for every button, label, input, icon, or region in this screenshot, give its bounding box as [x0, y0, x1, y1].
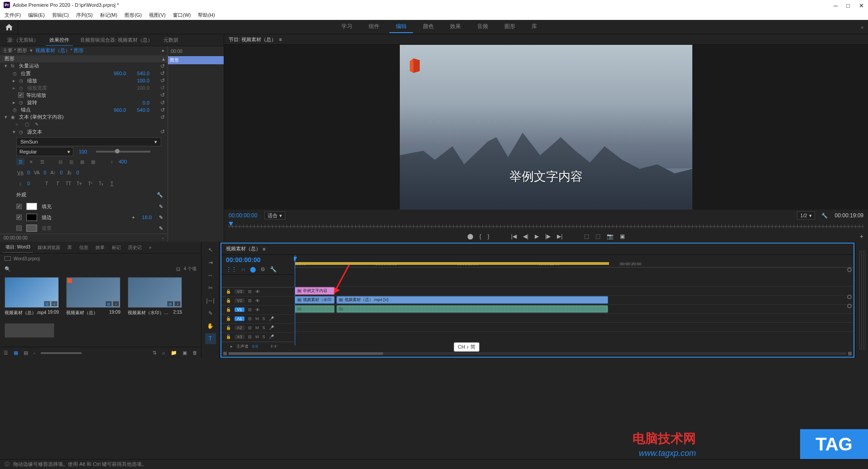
workspace-effects[interactable]: 效果: [444, 21, 467, 33]
chevron-right-icon[interactable]: ▸: [13, 78, 16, 84]
tab-effect-controls[interactable]: 效果控件: [46, 35, 73, 46]
clip-video-main[interactable]: fx视频素材（总）.mp4 [V]: [336, 296, 608, 304]
timeline-sequence-name[interactable]: 视频素材（总）: [226, 245, 261, 252]
tab-media-browser[interactable]: 媒体浏览器: [35, 243, 63, 253]
menu-marker[interactable]: 标记(M): [97, 11, 120, 19]
sync-lock-icon[interactable]: ⊟: [248, 289, 252, 294]
menu-clip[interactable]: 剪辑(C): [49, 11, 72, 19]
track-v3-lane[interactable]: [294, 278, 854, 287]
workspace-audio[interactable]: 音频: [471, 21, 494, 33]
stopwatch-icon[interactable]: ◷: [13, 107, 18, 112]
project-clip-blank[interactable]: [5, 323, 59, 338]
thumbnail-size-slider[interactable]: [41, 352, 82, 354]
panel-menu-icon[interactable]: ≡: [279, 37, 282, 42]
anchor-x[interactable]: 960.0: [114, 107, 126, 113]
lock-icon[interactable]: 🔓: [226, 335, 231, 339]
search-icon[interactable]: 🔍: [5, 266, 11, 272]
ec-graphics-group[interactable]: 图形: [5, 55, 159, 62]
lock-icon[interactable]: 🔓: [226, 316, 231, 321]
project-writeable-icon[interactable]: [5, 256, 11, 261]
workspace-library[interactable]: 库: [525, 21, 543, 33]
wrench-icon[interactable]: 🔧: [157, 192, 163, 198]
selection-tool[interactable]: ↖: [205, 244, 216, 255]
track-output-icon[interactable]: [847, 304, 852, 308]
mark-out-icon[interactable]: {: [480, 233, 481, 239]
font-family-select[interactable]: SimSun ▾: [16, 137, 161, 146]
track-v1-lane[interactable]: fx视频素材（水印 fx视频素材（总）.mp4 [V]: [294, 296, 854, 305]
workspace-assembly[interactable]: 组件: [362, 21, 386, 33]
step-forward-button[interactable]: |▶: [545, 233, 551, 239]
eyedropper-icon[interactable]: ✎: [159, 215, 163, 220]
lock-icon[interactable]: 🔓: [226, 325, 231, 330]
underline-icon[interactable]: T: [108, 180, 116, 187]
track-v1-label[interactable]: V1: [235, 307, 245, 312]
voice-over-icon[interactable]: 🎤: [269, 316, 274, 321]
tab-libraries[interactable]: 库: [65, 243, 75, 253]
mask-ellipse-icon[interactable]: ○: [13, 121, 21, 128]
overflow-icon[interactable]: »: [146, 243, 154, 252]
new-item-icon[interactable]: ▣: [182, 350, 187, 356]
step-back-button[interactable]: ◀|: [523, 233, 528, 239]
italic-icon[interactable]: T: [53, 180, 62, 187]
font-weight-select[interactable]: Regular ▾: [16, 147, 73, 156]
stopwatch-icon[interactable]: ◷: [19, 129, 24, 134]
add-stroke-button[interactable]: +: [132, 215, 134, 220]
icon-view-icon[interactable]: ▦: [14, 350, 18, 356]
sync-lock-icon[interactable]: ⊟: [248, 325, 252, 330]
mute-icon[interactable]: M: [255, 335, 259, 339]
mask-rect-icon[interactable]: ▢: [23, 121, 31, 128]
export-frame-button[interactable]: 📷: [607, 233, 614, 239]
toggle-source-text[interactable]: ▾: [13, 129, 16, 135]
background-color-swatch[interactable]: [26, 225, 37, 232]
leading-value[interactable]: 400: [119, 159, 127, 164]
program-monitor-view[interactable]: 举例文字内容: [224, 45, 868, 210]
clip-video-watermark[interactable]: fx视频素材（水印: [295, 296, 335, 304]
track-v3-label[interactable]: V3: [235, 289, 245, 294]
list-view-icon[interactable]: ☰: [4, 350, 8, 356]
solo-icon[interactable]: S: [263, 316, 265, 321]
anchor-y[interactable]: 540.0: [137, 107, 149, 113]
tab-markers[interactable]: 标记: [109, 243, 124, 253]
sync-lock-icon[interactable]: ⊟: [248, 316, 252, 321]
tab-metadata[interactable]: 元数据: [160, 35, 182, 45]
rotation-value[interactable]: 0.0: [143, 100, 149, 105]
menu-view[interactable]: 视图(V): [146, 11, 168, 19]
workspace-graphics[interactable]: 图形: [498, 21, 522, 33]
menu-file[interactable]: 文件(F): [2, 11, 24, 19]
timeline-zoom-scrollbar[interactable]: [221, 351, 854, 357]
stroke-width-value[interactable]: 18.0: [142, 215, 152, 220]
settings-wrench-icon[interactable]: 🔧: [821, 213, 828, 219]
solo-icon[interactable]: S: [263, 335, 265, 339]
track-output-icon[interactable]: [847, 295, 852, 299]
tab-effects[interactable]: 效果: [93, 243, 107, 253]
go-to-in-button[interactable]: |◀: [511, 233, 517, 239]
lock-icon[interactable]: 🔓: [226, 298, 231, 303]
timeline-settings-icon[interactable]: ⚙: [260, 266, 265, 273]
marker-icon[interactable]: ⬤: [250, 266, 256, 273]
eye-icon[interactable]: ◉: [11, 115, 16, 120]
chevron-up-icon[interactable]: ▴: [162, 56, 165, 62]
workspace-overflow-button[interactable]: »: [861, 24, 863, 30]
snap-icon[interactable]: ⋮⋮: [226, 266, 237, 273]
clip-graphic[interactable]: fx举例文字内容: [295, 287, 335, 295]
kerning-value[interactable]: 0: [27, 181, 30, 186]
track-a3-label[interactable]: A3: [235, 335, 245, 339]
new-bin-from-search-icon[interactable]: ⊡: [176, 266, 180, 272]
ec-timeline-clip[interactable]: 图形: [168, 56, 224, 64]
tsume-value[interactable]: 0: [76, 170, 79, 175]
track-v2-lane[interactable]: fx举例文字内容: [294, 287, 854, 296]
workspace-editing[interactable]: 编辑: [389, 21, 413, 33]
voice-over-icon[interactable]: 🎤: [269, 325, 274, 330]
track-output-icon[interactable]: [847, 268, 852, 272]
track-a3-lane[interactable]: [294, 323, 854, 332]
tracking-value-2[interactable]: 0: [43, 170, 46, 175]
stopwatch-icon[interactable]: ◷: [19, 100, 24, 105]
zoom-slider-zero-icon[interactable]: ◦: [34, 350, 35, 356]
position-x[interactable]: 960.0: [114, 71, 126, 76]
mute-icon[interactable]: M: [255, 316, 259, 321]
tab-source[interactable]: 源:（无剪辑）: [4, 35, 42, 45]
lock-icon[interactable]: 🔓: [226, 307, 231, 312]
align-right-icon[interactable]: ☰: [38, 158, 46, 165]
hand-tool[interactable]: ✋: [205, 321, 216, 331]
new-bin-icon[interactable]: 📁: [171, 350, 177, 356]
